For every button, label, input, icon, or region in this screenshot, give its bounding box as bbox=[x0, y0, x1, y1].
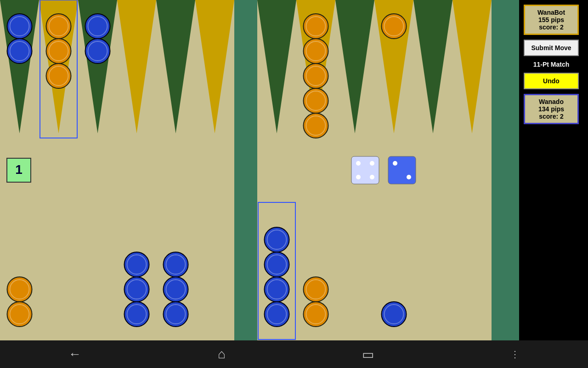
home-button[interactable]: ⌂ bbox=[218, 347, 226, 362]
wanado-score: score: 2 bbox=[528, 113, 575, 120]
wanado-panel: Wanado 134 pips score: 2 bbox=[524, 94, 579, 124]
wanado-label: Wanado bbox=[528, 98, 575, 105]
board-canvas[interactable] bbox=[0, 0, 519, 340]
back-button[interactable]: ← bbox=[68, 347, 81, 362]
submit-move-button[interactable]: Submit Move bbox=[524, 40, 579, 56]
wanabot-pips: 155 pips bbox=[528, 16, 575, 23]
recent-apps-button[interactable]: ▭ bbox=[362, 347, 374, 362]
wanado-pips: 134 pips bbox=[528, 105, 575, 113]
sidebar: WanaBot 155 pips score: 2 Submit Move 11… bbox=[519, 0, 583, 340]
wanabot-score: score: 2 bbox=[528, 23, 575, 31]
backgammon-board[interactable] bbox=[0, 0, 519, 340]
main-area: WanaBot 155 pips score: 2 Submit Move 11… bbox=[0, 0, 588, 340]
wanabot-label: WanaBot bbox=[528, 9, 575, 16]
match-label: 11-Pt Match bbox=[533, 61, 570, 68]
game-container: WanaBot 155 pips score: 2 Submit Move 11… bbox=[0, 0, 588, 368]
taskbar: ← ⌂ ▭ ⋮ bbox=[0, 340, 588, 368]
undo-button[interactable]: Undo bbox=[524, 73, 579, 89]
menu-button[interactable]: ⋮ bbox=[510, 349, 520, 360]
wanabot-panel: WanaBot 155 pips score: 2 bbox=[524, 5, 579, 35]
